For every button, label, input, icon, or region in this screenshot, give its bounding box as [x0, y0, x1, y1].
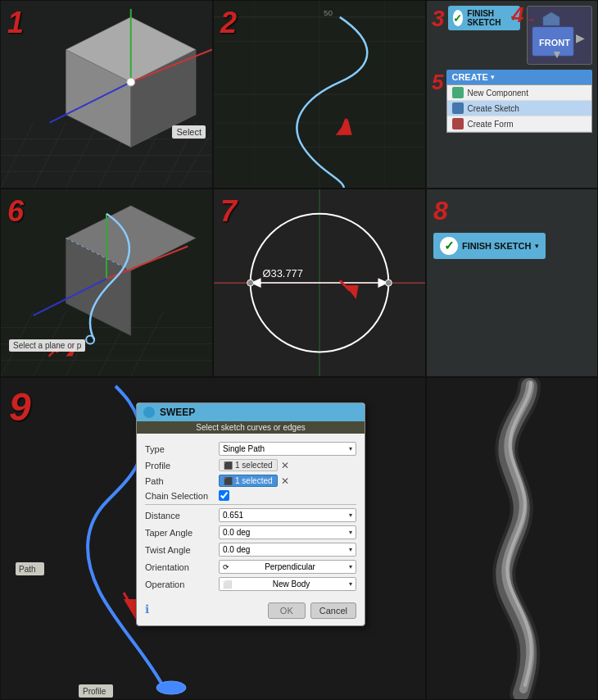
sweep-path-row: Path ⬛ 1 selected ✕	[145, 475, 356, 487]
step-number-7: 7	[220, 194, 237, 229]
cell-step1: 1	[0, 0, 213, 189]
cell-steps345: 3 ✓ FINISH SKETCH ▾ 4 →	[426, 0, 598, 189]
menu-item-create-sketch[interactable]: Create Sketch	[447, 101, 591, 116]
select-label: Select	[172, 125, 206, 139]
svg-text:50: 50	[324, 8, 333, 17]
svg-point-63	[156, 681, 186, 694]
sweep-icon	[143, 407, 155, 418]
rendered-shape-svg	[427, 378, 598, 700]
step-number-1: 1	[7, 6, 24, 40]
chain-checkbox[interactable]	[219, 490, 229, 501]
curve-svg: 50	[214, 1, 425, 188]
svg-text:▶: ▶	[576, 31, 585, 44]
sweep-title-bar: SWEEP	[137, 403, 365, 421]
sweep-profile-row: Profile ⬛ 1 selected ✕	[145, 459, 356, 471]
step-number-5: 5	[432, 70, 443, 95]
select-plane-label: Select a plane or p	[9, 339, 85, 352]
info-icon: ℹ	[145, 602, 149, 619]
svg-point-47	[86, 336, 94, 344]
menu-item-new-component[interactable]: New Component	[447, 85, 591, 101]
finish-sketch-button-2[interactable]: ✓ FINISH SKETCH ▾	[433, 233, 546, 259]
sweep-tooltip: Select sketch curves or edges	[137, 421, 365, 434]
row-1: 1	[0, 0, 598, 189]
profile-clear-btn[interactable]: ✕	[281, 460, 289, 471]
row-3: 9 Path Profile	[0, 377, 598, 700]
svg-point-58	[385, 280, 392, 286]
cancel-button[interactable]: Cancel	[310, 602, 356, 619]
menu-item-create-form[interactable]: Create Form	[447, 116, 591, 132]
sweep-operation-row: Operation ⬜ New Body ▾	[145, 577, 356, 591]
step-number-8: 8	[433, 196, 591, 226]
sweep-taper-row: Taper Angle 0.0 deg ▾	[145, 525, 356, 539]
cell-rendered	[426, 377, 598, 700]
sweep-type-row: Type Single Path ▾	[145, 442, 356, 456]
sweep-dialog: SWEEP Select sketch curves or edges Type…	[136, 402, 365, 626]
sweep-orientation-row: Orientation ⟳ Perpendicular ▾	[145, 560, 356, 574]
profile-selected-badge: ⬛ 1 selected	[219, 459, 278, 471]
svg-line-9	[179, 131, 212, 188]
svg-point-16	[127, 78, 135, 86]
svg-marker-28	[543, 12, 559, 25]
sweep-twist-row: Twist Angle 0.0 deg ▾	[145, 543, 356, 557]
cell-step6: 6	[0, 189, 213, 377]
orientation-dropdown[interactable]: ⟳ Perpendicular ▾	[219, 560, 356, 574]
sweep-body: Type Single Path ▾ Profile	[137, 437, 365, 599]
finish-sketch-button[interactable]: ✓ FINISH SKETCH ▾	[448, 6, 520, 30]
row-2: 6	[0, 189, 598, 377]
step-number-6: 6	[7, 194, 24, 229]
finish-sketch-label-2: FINISH SKETCH	[462, 241, 531, 251]
finish-sketch-label: FINISH SKETCH	[467, 9, 507, 27]
svg-text:Path: Path	[19, 565, 36, 574]
sweep-footer: ℹ OK Cancel	[137, 599, 365, 625]
step-number-4: 4	[512, 2, 523, 28]
operation-dropdown[interactable]: ⬜ New Body ▾	[219, 577, 356, 591]
sweep-title: SWEEP	[160, 407, 195, 418]
cell-step7: 7 Ø33.777	[213, 189, 426, 377]
step-number-3: 3	[432, 6, 445, 32]
create-menu-label: CREATE	[451, 72, 487, 82]
cell-step9: 9 Path Profile	[0, 377, 426, 700]
taper-dropdown[interactable]: 0.0 deg ▾	[219, 525, 356, 539]
svg-point-57	[247, 280, 254, 286]
cell-step2: 2 50	[213, 0, 426, 189]
circle-diameter-svg: Ø33.777	[214, 189, 425, 376]
svg-text:Ø33.777: Ø33.777	[263, 267, 303, 280]
path-clear-btn[interactable]: ✕	[281, 475, 289, 487]
main-layout: 1	[0, 0, 598, 700]
distance-dropdown[interactable]: 0.651 ▾	[219, 508, 356, 522]
svg-text:Profile: Profile	[83, 687, 106, 696]
svg-text:FRONT: FRONT	[539, 38, 570, 48]
sweep-chain-row: Chain Selection	[145, 490, 356, 501]
step-number-2: 2	[220, 6, 237, 40]
type-dropdown[interactable]: Single Path ▾	[219, 442, 356, 456]
sweep-distance-row: Distance 0.651 ▾	[145, 508, 356, 522]
svg-text:▼: ▼	[551, 48, 563, 60]
3d-cube-svg	[1, 1, 212, 188]
ok-button[interactable]: OK	[268, 602, 306, 619]
nav-cube-svg: FRONT ▶ ▼	[531, 11, 588, 60]
cell-step8: 8 ✓ FINISH SKETCH ▾	[426, 189, 598, 377]
step-number-9: 9	[9, 384, 31, 430]
twist-dropdown[interactable]: 0.0 deg ▾	[219, 543, 356, 557]
path-selected-badge: ⬛ 1 selected	[219, 475, 278, 487]
